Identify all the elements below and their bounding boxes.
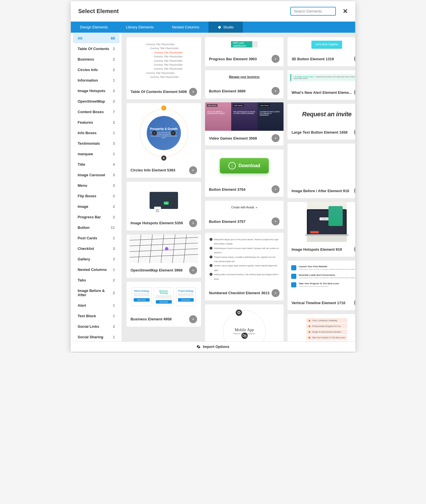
element-card[interactable]: Manage your businessButton Element 3889 — [205, 70, 284, 98]
category-openstreetmap[interactable]: OpenStreetMap2 — [73, 96, 119, 106]
card-footer: Numbered Checklist Element 3613 — [205, 286, 284, 300]
category-label: Business — [78, 57, 94, 61]
category-circles-info[interactable]: Circles Info2 — [73, 65, 119, 75]
add-element-button[interactable] — [189, 315, 197, 323]
category-post-cards[interactable]: Post Cards1 — [73, 233, 119, 243]
element-preview: Market StrategyRead MoreBusiness Strateg… — [127, 282, 201, 312]
element-title: Business Element 4958 — [131, 317, 172, 321]
add-element-button[interactable] — [354, 245, 355, 253]
element-card[interactable]: 1Maecebibh aliquet post id det proses bl… — [205, 233, 284, 300]
element-card[interactable]: - Dummy Title Placeholder- Dummy Title P… — [127, 37, 201, 99]
category-text-block[interactable]: Text Block1 — [73, 311, 119, 321]
element-title: Vertical Timeline Element 1710 — [291, 301, 345, 305]
category-tabs[interactable]: Tabs2 — [73, 275, 119, 285]
grid-column: 80% user satisfactionProgress Bar Elemen… — [205, 37, 284, 341]
add-element-button[interactable] — [272, 185, 280, 193]
category-image-carousel[interactable]: Image Carousel3 — [73, 170, 119, 180]
category-progress-bar[interactable]: Progress Bar2 — [73, 212, 119, 222]
preview-toc: - Dummy Title Placeholder- Dummy Title P… — [139, 37, 189, 84]
element-card[interactable]: Mobile AppMauris blandit aliquet⚙🛍📱Featu… — [205, 304, 284, 341]
category-business[interactable]: Business2 — [73, 54, 119, 64]
category-label: Image Before & After — [78, 289, 113, 297]
category-image[interactable]: Image2 — [73, 202, 119, 211]
category-label: Image — [78, 204, 88, 209]
add-element-button[interactable] — [354, 299, 355, 307]
element-card[interactable]: Image Before / After Element 916 — [288, 144, 355, 198]
tab-design-elements[interactable]: Design Elements — [71, 22, 117, 33]
element-card[interactable]: Launch Your First WebsiteLorem ipsum dol… — [288, 261, 355, 310]
category-count: 3 — [113, 141, 115, 146]
add-element-button[interactable] — [354, 128, 355, 136]
category-gallery[interactable]: Gallery3 — [73, 254, 119, 264]
category-social-links[interactable]: Social Links2 — [73, 322, 119, 331]
add-element-button[interactable] — [272, 134, 280, 142]
preview-videogames: Video GamesHOLD ON UBER ID MALESUADA FUS… — [205, 102, 284, 131]
category-all[interactable]: All68 — [73, 33, 119, 43]
category-count: 1 — [113, 303, 115, 308]
element-card[interactable]: 80% user satisfactionProgress Bar Elemen… — [205, 37, 284, 66]
category-button[interactable]: Button11 — [73, 223, 119, 233]
element-card[interactable]: ↓DownloadButton Element 3764 — [205, 150, 284, 197]
element-card[interactable]: Market StrategyRead MoreBusiness Strateg… — [127, 282, 201, 327]
add-element-button[interactable] — [272, 55, 280, 63]
element-card[interactable]: Create with Avada▸Button Element 3757 — [205, 201, 284, 229]
element-card[interactable]: ● A simple success alert — Suspendisse p… — [288, 70, 355, 100]
category-label: Post Cards — [78, 236, 97, 240]
category-flip-boxes[interactable]: Flip Boxes2 — [73, 191, 119, 201]
element-preview: •••• Sale Now — [127, 182, 201, 216]
grid-column: - Dummy Title Placeholder- Dummy Title P… — [127, 37, 201, 341]
element-card[interactable]: Trust, Confidence, ReliabilityProfession… — [288, 314, 355, 341]
add-element-button[interactable] — [189, 166, 197, 174]
add-element-button[interactable] — [189, 88, 197, 96]
element-card[interactable]: ● Dell LatitudeImage Hotspots Element 91… — [288, 202, 355, 257]
close-button[interactable]: ✕ — [343, 8, 348, 15]
category-count: 1 — [113, 131, 115, 135]
preview-circle: Prosperity & GrowthExpand your presence … — [147, 103, 181, 163]
element-preview: - Dummy Title Placeholder- Dummy Title P… — [127, 37, 201, 84]
element-card[interactable]: OpenStreetMap Element 3968 — [127, 235, 201, 278]
category-label: Progress Bar — [78, 215, 101, 219]
add-element-button[interactable] — [354, 55, 355, 63]
content[interactable]: - Dummy Title Placeholder- Dummy Title P… — [122, 33, 355, 341]
svg-point-10 — [165, 247, 168, 250]
category-nested-columns[interactable]: Nested Columns1 — [73, 265, 119, 275]
category-table-of-contents[interactable]: Table Of Contents2 — [73, 44, 119, 54]
element-card[interactable]: •••• Sale NowImage Hotspots Element 5359 — [127, 182, 201, 231]
add-element-button[interactable] — [354, 187, 355, 195]
sidebar[interactable]: All68Table Of Contents2Business2Circles … — [71, 33, 122, 341]
category-social-sharing[interactable]: Social Sharing1 — [73, 332, 119, 341]
category-label: All — [78, 36, 82, 40]
category-content-boxes[interactable]: Content Boxes7 — [73, 107, 119, 117]
category-count: 1 — [113, 335, 115, 339]
add-element-button[interactable] — [272, 87, 280, 95]
element-card[interactable]: Video GamesHOLD ON UBER ID MALESUADA FUS… — [205, 102, 284, 146]
element-title: Button Element 3764 — [209, 187, 246, 192]
tab-studio[interactable]: Studio — [208, 22, 243, 33]
add-element-button[interactable] — [354, 88, 355, 96]
category-alert[interactable]: Alert1 — [73, 300, 119, 310]
category-testimonials[interactable]: Testimonials3 — [73, 138, 119, 148]
tab-nested-columns[interactable]: Nested Columns — [163, 22, 208, 33]
category-information[interactable]: Information1 — [73, 75, 119, 85]
element-preview: Manage your business — [205, 70, 284, 84]
category-count: 2 — [113, 204, 115, 209]
category-title[interactable]: Title4 — [73, 159, 119, 169]
element-card[interactable]: Request an inviteLarge Text Button Eleme… — [288, 104, 355, 140]
search-input[interactable] — [290, 7, 336, 16]
add-element-button[interactable] — [272, 217, 280, 225]
category-image-hotspots[interactable]: Image Hotspots2 — [73, 86, 119, 96]
category-marquee[interactable]: marquee1 — [73, 149, 119, 159]
add-element-button[interactable] — [189, 266, 197, 274]
add-element-button[interactable] — [189, 219, 197, 227]
category-checklist[interactable]: Checklist3 — [73, 244, 119, 254]
category-menu[interactable]: Menu3 — [73, 181, 119, 190]
footer-import[interactable]: Import Options — [71, 341, 355, 352]
category-image-before-after[interactable]: Image Before & After2 — [73, 286, 119, 300]
category-info-boxes[interactable]: Info Boxes1 — [73, 128, 119, 138]
element-card[interactable]: Let's Work Together3D Button Element 131… — [288, 37, 355, 66]
add-element-button[interactable] — [272, 289, 280, 297]
card-footer: Large Text Button Element 1658 — [288, 125, 355, 140]
element-card[interactable]: Prosperity & GrowthExpand your presence … — [127, 103, 201, 178]
tab-library-elements[interactable]: Library Elements — [117, 22, 163, 33]
category-features[interactable]: Features2 — [73, 117, 119, 127]
